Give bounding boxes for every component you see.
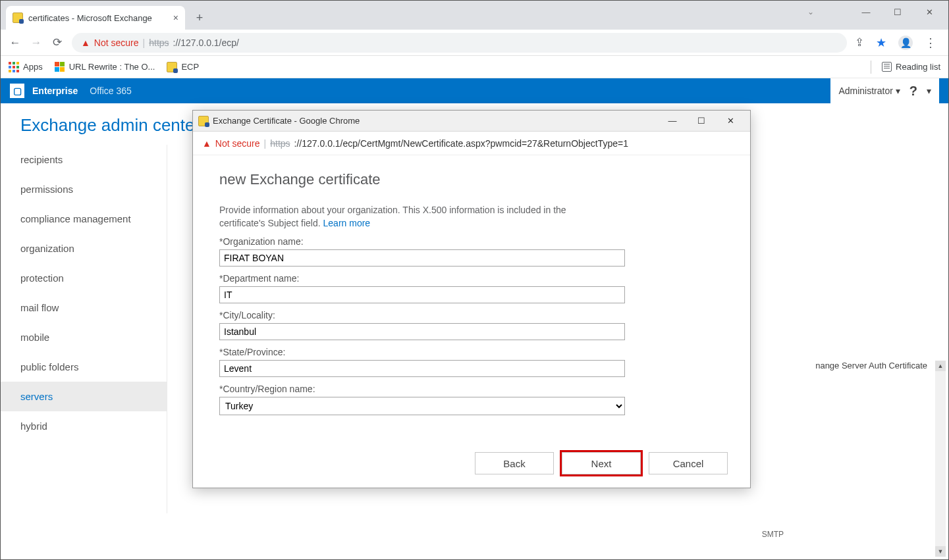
state-label: *State/Province: (219, 347, 724, 357)
sidebar-item-hybrid[interactable]: hybrid (1, 411, 167, 441)
suite-right: Administrator ▾ ?▾ (830, 78, 939, 103)
reading-list-icon (882, 62, 892, 72)
window-maximize-button[interactable]: ☐ (882, 2, 913, 22)
sidebar-item-protection[interactable]: protection (1, 263, 167, 293)
city-input[interactable] (219, 323, 625, 340)
bookmark-ecp[interactable]: ECP (167, 62, 199, 72)
tab-close-button[interactable]: × (173, 13, 178, 23)
popup-heading: new Exchange certificate (219, 171, 724, 188)
scroll-up-icon[interactable]: ▲ (935, 361, 946, 371)
bookmark-label: URL Rewrite : The O... (69, 62, 155, 72)
detail-scrollbar[interactable]: ▲ ▼ (935, 361, 946, 557)
sidebar-item-permissions[interactable]: permissions (1, 174, 167, 204)
country-select[interactable]: Turkey (219, 397, 625, 415)
popup-not-secure: Not secure (215, 138, 260, 149)
popup-favicon-icon (198, 116, 209, 126)
next-button[interactable]: Next (562, 452, 641, 474)
smtp-label: SMTP (762, 530, 784, 539)
popup-url-rest: ://127.0.0.1/ecp/CertMgmt/NewCertificate… (294, 138, 628, 149)
window-caret-icon: ⌄ (807, 7, 814, 16)
not-secure-label: Not secure (94, 38, 139, 48)
url-scheme: https (149, 38, 169, 48)
office365-link[interactable]: Office 365 (83, 86, 138, 96)
org-label: *Organization name: (219, 236, 724, 247)
apps-button[interactable]: Apps (9, 62, 43, 72)
popup-titlebar: Exchange Certificate - Google Chrome — ☐… (193, 111, 750, 132)
favicon-icon (13, 13, 23, 23)
forward-button[interactable]: → (30, 36, 43, 49)
ecp-favicon-icon (167, 62, 177, 72)
popup-close-button[interactable]: ✕ (716, 111, 745, 131)
state-input[interactable] (219, 360, 625, 377)
apps-label: Apps (23, 62, 43, 72)
sidebar-item-servers[interactable]: servers (1, 382, 167, 411)
sidebar-item-organization[interactable]: organization (1, 234, 167, 263)
sidebar-item-recipients[interactable]: recipients (1, 145, 167, 174)
eac-sidebar: recipientspermissionscompliance manageme… (1, 145, 167, 513)
bookmark-star-icon[interactable]: ★ (876, 36, 886, 50)
back-button[interactable]: Back (475, 452, 554, 474)
divider (871, 61, 871, 74)
reading-list-button[interactable]: Reading list (896, 62, 940, 72)
help-caret-icon[interactable]: ▾ (927, 86, 931, 96)
popup-address-bar: ▲ Not secure | https://127.0.0.1/ecp/Cer… (193, 132, 750, 155)
windows-flag-icon (55, 62, 65, 72)
certificate-wizard-popup: Exchange Certificate - Google Chrome — ☐… (192, 110, 751, 488)
tab-title: certificates - Microsoft Exchange (28, 13, 152, 23)
sidebar-item-mail-flow[interactable]: mail flow (1, 293, 167, 322)
scroll-down-icon[interactable]: ▼ (935, 546, 946, 557)
back-button[interactable]: ← (9, 36, 22, 49)
new-tab-button[interactable]: + (190, 9, 209, 27)
popup-minimize-button[interactable]: — (658, 111, 687, 131)
suite-bar: ▢ Enterprise Office 365 Administrator ▾ … (1, 78, 948, 103)
sidebar-item-compliance-management[interactable]: compliance management (1, 204, 167, 234)
popup-title-text: Exchange Certificate - Google Chrome (213, 116, 360, 126)
window-minimize-button[interactable]: — (851, 2, 881, 22)
help-icon[interactable]: ? (909, 84, 917, 99)
bookmark-label: ECP (181, 62, 199, 72)
popup-body: new Exchange certificate Provide informa… (193, 155, 750, 431)
bookmark-url-rewrite[interactable]: URL Rewrite : The O... (55, 62, 155, 72)
admin-menu[interactable]: Administrator ▾ (838, 86, 900, 96)
office-logo-icon[interactable]: ▢ (10, 84, 24, 98)
warning-triangle-icon: ▲ (81, 38, 90, 48)
sidebar-item-public-folders[interactable]: public folders (1, 352, 167, 382)
share-icon[interactable]: ⇪ (855, 36, 864, 49)
enterprise-link[interactable]: Enterprise (32, 86, 83, 96)
department-name-input[interactable] (219, 286, 625, 303)
city-label: *City/Locality: (219, 310, 724, 320)
window-controls: — ☐ ✕ (851, 1, 948, 23)
url-rest: ://127.0.0.1/ecp/ (173, 38, 239, 48)
org-name-input[interactable] (219, 249, 625, 267)
popup-footer: Back Next Cancel (475, 452, 728, 474)
apps-grid-icon (9, 62, 19, 72)
browser-address-bar: ← → ⟳ ▲ Not secure | https://127.0.0.1/e… (1, 30, 948, 56)
popup-maximize-button[interactable]: ☐ (687, 111, 716, 131)
certificate-info-fragment: nange Server Auth Certificate (815, 361, 927, 370)
sidebar-item-mobile[interactable]: mobile (1, 322, 167, 352)
browser-menu-icon[interactable]: ⋮ (925, 36, 936, 50)
dept-label: *Department name: (219, 273, 724, 284)
popup-url-scheme: https (270, 138, 290, 149)
reload-button[interactable]: ⟳ (51, 36, 64, 49)
cancel-button[interactable]: Cancel (649, 452, 728, 474)
browser-tabstrip: certificates - Microsoft Exchange × + (1, 1, 948, 30)
profile-avatar[interactable]: 👤 (898, 36, 913, 50)
learn-more-link[interactable]: Learn more (323, 218, 371, 228)
separator: | (143, 38, 146, 48)
separator: | (264, 138, 267, 149)
browser-tab[interactable]: certificates - Microsoft Exchange × (6, 6, 185, 30)
window-close-button[interactable]: ✕ (914, 2, 944, 22)
country-label: *Country/Region name: (219, 384, 724, 394)
url-box[interactable]: ▲ Not secure | https://127.0.0.1/ecp/ (72, 33, 847, 53)
popup-description: Provide information about your organizat… (219, 204, 588, 230)
warning-triangle-icon: ▲ (202, 138, 211, 149)
bookmarks-bar: Apps URL Rewrite : The O... ECP Reading … (1, 56, 948, 78)
